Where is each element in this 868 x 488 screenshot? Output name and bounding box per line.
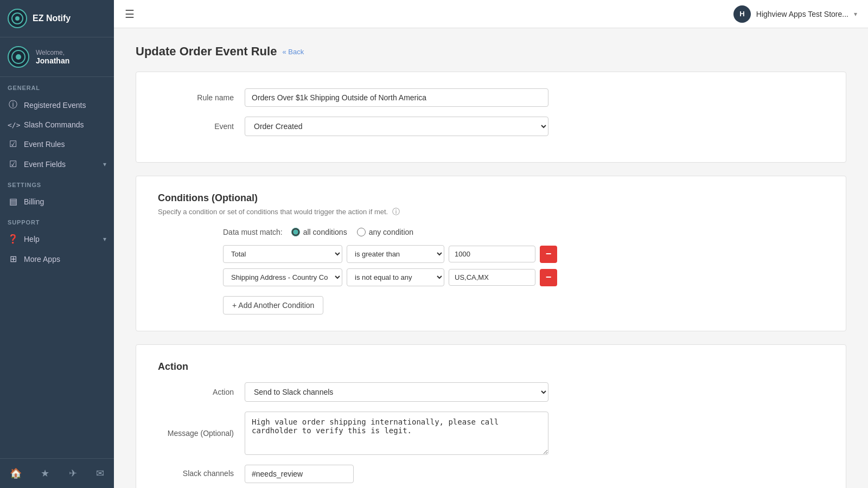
action-card: Action Action Send to Slack channels Sen… xyxy=(136,344,846,488)
content-area: Update Order Event Rule « Back Rule name… xyxy=(114,28,868,488)
message-textarea[interactable]: High value order shipping internationall… xyxy=(245,412,548,455)
settings-section-label: SETTINGS xyxy=(0,174,114,191)
message-row: Message (Optional) High value order ship… xyxy=(158,412,824,455)
sidebar-item-label: Billing xyxy=(24,197,44,206)
sidebar-item-label: Help xyxy=(24,235,40,243)
star-icon[interactable]: ★ xyxy=(35,464,55,483)
username: Jonathan xyxy=(36,56,69,65)
condition-row-2: Total Shipping Address - Country Code Or… xyxy=(158,268,824,286)
event-row: Event Order Created Order Updated Order … xyxy=(158,117,824,136)
sidebar-item-help[interactable]: ❓ Help ▾ xyxy=(0,229,114,249)
all-conditions-radio[interactable] xyxy=(291,228,300,236)
conditions-card: Conditions (Optional) Specify a conditio… xyxy=(136,176,846,331)
condition-value-input-2[interactable] xyxy=(449,269,535,286)
page-title-row: Update Order Event Rule « Back xyxy=(136,44,846,59)
avatar xyxy=(8,46,29,68)
topbar-left: ☰ xyxy=(125,8,135,21)
sidebar-header: EZ Notify xyxy=(0,0,114,37)
grid-icon: ⊞ xyxy=(8,254,18,264)
channels-hint: Enter up to 3 channels separated by a co… xyxy=(245,486,548,488)
slack-channels-row: Slack channels Enter up to 3 channels se… xyxy=(158,465,824,488)
chevron-down-icon: ▾ xyxy=(103,160,106,168)
app-logo xyxy=(8,9,27,28)
any-condition-label: any condition xyxy=(369,228,414,236)
rule-name-label: Rule name xyxy=(158,93,245,102)
add-condition-button[interactable]: + Add Another Condition xyxy=(223,296,323,314)
slack-channels-input[interactable] xyxy=(245,465,354,483)
check-square-icon: ☑ xyxy=(8,139,18,149)
rule-name-input[interactable] xyxy=(245,88,548,107)
data-match-row: Data must match: all conditions any cond… xyxy=(158,228,824,236)
user-info: Welcome, Jonathan xyxy=(36,49,69,65)
sidebar-item-label: More Apps xyxy=(24,255,60,264)
send-icon[interactable]: ✈ xyxy=(63,464,82,483)
any-condition-radio[interactable] xyxy=(357,228,366,236)
store-chevron-icon[interactable]: ▾ xyxy=(854,10,857,18)
condition-row-1: Total Shipping Address - Country Code Or… xyxy=(158,245,824,263)
billing-icon: ▤ xyxy=(8,196,18,207)
action-label: Action xyxy=(158,388,245,396)
mail-icon[interactable]: ✉ xyxy=(91,464,110,483)
sidebar-item-label: Registered Events xyxy=(24,101,86,110)
sidebar-item-event-fields[interactable]: ☑ Event Fields ▾ xyxy=(0,154,114,174)
home-icon[interactable]: 🏠 xyxy=(4,464,27,483)
condition-operator-select-1[interactable]: is greater than is less than is equal to… xyxy=(347,245,444,263)
store-name: Highview Apps Test Store... xyxy=(756,10,848,18)
action-title: Action xyxy=(158,361,824,373)
topbar-right: H Highview Apps Test Store... ▾ xyxy=(733,5,857,23)
rule-name-row: Rule name xyxy=(158,88,824,107)
sidebar-item-event-rules[interactable]: ☑ Event Rules xyxy=(0,134,114,154)
user-profile: Welcome, Jonathan xyxy=(0,37,114,77)
slack-channels-container: Enter up to 3 channels separated by a co… xyxy=(245,465,548,488)
sidebar-item-more-apps[interactable]: ⊞ More Apps xyxy=(0,249,114,269)
condition-operator-select-2[interactable]: is not equal to any is equal to any cont… xyxy=(347,268,444,286)
sidebar-item-label: Event Fields xyxy=(24,160,66,169)
topbar: ☰ H Highview Apps Test Store... ▾ xyxy=(114,0,868,28)
message-label: Message (Optional) xyxy=(158,429,245,438)
back-link[interactable]: « Back xyxy=(282,48,304,56)
sidebar-item-label: Slash Commands xyxy=(24,120,84,129)
radio-group: all conditions any condition xyxy=(291,228,413,236)
slack-channels-label: Slack channels xyxy=(158,465,245,478)
all-conditions-option[interactable]: all conditions xyxy=(291,228,347,236)
page-title: Update Order Event Rule xyxy=(136,44,277,59)
conditions-subtitle: Specify a condition or set of conditions… xyxy=(158,207,824,217)
app-name: EZ Notify xyxy=(33,14,71,23)
help-icon: ❓ xyxy=(8,234,18,244)
rule-form-card: Rule name Event Order Created Order Upda… xyxy=(136,72,846,163)
conditions-title: Conditions (Optional) xyxy=(158,192,824,204)
support-section-label: SUPPORT xyxy=(0,211,114,229)
chevron-down-icon: ▾ xyxy=(103,235,106,243)
sidebar-item-registered-events[interactable]: ⓘ Registered Events xyxy=(0,94,114,115)
welcome-text: Welcome, xyxy=(36,49,69,56)
info-tooltip-icon[interactable]: ⓘ xyxy=(392,207,400,216)
condition-field-select-2[interactable]: Total Shipping Address - Country Code Or… xyxy=(223,268,342,286)
store-avatar: H xyxy=(733,5,751,23)
sidebar: EZ Notify Welcome, Jonathan GENERAL ⓘ Re… xyxy=(0,0,114,488)
condition-field-select-1[interactable]: Total Shipping Address - Country Code Or… xyxy=(223,245,342,263)
slash-icon: </> xyxy=(8,121,18,129)
main-area: ☰ H Highview Apps Test Store... ▾ Update… xyxy=(114,0,868,488)
data-match-label: Data must match: xyxy=(223,228,283,236)
event-select[interactable]: Order Created Order Updated Order Fulfil… xyxy=(245,117,548,136)
general-section-label: GENERAL xyxy=(0,77,114,94)
sidebar-item-billing[interactable]: ▤ Billing xyxy=(0,191,114,211)
sidebar-item-slash-commands[interactable]: </> Slash Commands xyxy=(0,115,114,134)
all-conditions-label: all conditions xyxy=(303,228,347,236)
condition-value-input-1[interactable] xyxy=(449,246,535,262)
sidebar-bottom-nav: 🏠 ★ ✈ ✉ xyxy=(0,458,114,488)
event-label: Event xyxy=(158,122,245,131)
remove-condition-button-1[interactable]: − xyxy=(540,246,557,263)
fields-icon: ☑ xyxy=(8,159,18,169)
sidebar-item-label: Event Rules xyxy=(24,140,65,149)
action-row: Action Send to Slack channels Send to we… xyxy=(158,382,824,402)
remove-condition-button-2[interactable]: − xyxy=(540,269,557,286)
info-icon: ⓘ xyxy=(8,99,18,111)
hamburger-icon[interactable]: ☰ xyxy=(125,8,135,21)
any-condition-option[interactable]: any condition xyxy=(357,228,414,236)
action-select[interactable]: Send to Slack channels Send to webhook S… xyxy=(245,382,548,402)
